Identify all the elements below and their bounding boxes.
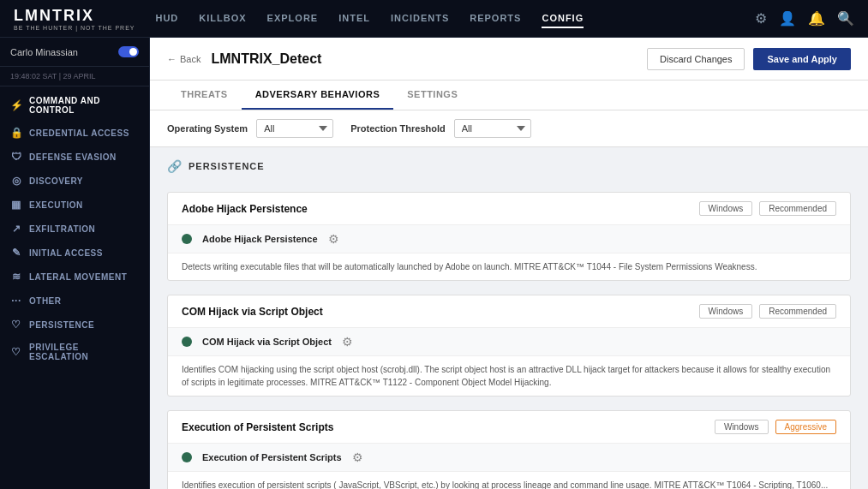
logo: LMNTRIX [14, 7, 135, 25]
rule-filter-icon-com[interactable]: ⚙ [342, 335, 353, 349]
sidebar-item-exfiltration[interactable]: ↗ EXFILTRATION [0, 217, 149, 241]
rule-name-persistent: Execution of Persistent Scripts [182, 421, 333, 433]
rule-name-com: COM Hijack via Script Object [182, 306, 323, 318]
command-control-icon: ⚡ [10, 99, 22, 111]
settings-icon[interactable]: ⚙ [755, 10, 767, 27]
rule-filter-icon-adobe[interactable]: ⚙ [328, 232, 339, 246]
privilege-escalation-icon: ♡ [10, 346, 22, 358]
sidebar-item-label: OTHER [29, 296, 62, 306]
rule-toggle-row-com: COM Hijack via Script Object ⚙ [168, 328, 850, 356]
exfiltration-icon: ↗ [10, 223, 22, 235]
sidebar-item-lateral-movement[interactable]: ≋ LATERAL MOVEMENT [0, 265, 149, 289]
sidebar-item-credential-access[interactable]: 🔒 CREDENTIAL ACCESS [0, 121, 149, 145]
nav-config[interactable]: CONFIG [542, 9, 584, 28]
sidebar-item-privilege-escalation[interactable]: ♡ PRIVILEGE ESCALATION [0, 337, 149, 367]
rule-tag-recommended-adobe: Recommended [759, 201, 836, 216]
back-button[interactable]: ← Back [167, 54, 201, 64]
section-header: 🔗 PERSISTENCE [167, 159, 851, 180]
lateral-movement-icon: ≋ [10, 271, 22, 283]
search-icon[interactable]: 🔍 [837, 10, 854, 27]
top-nav: LMNTRIX BE THE HUNTER | NOT THE PREY HUD… [0, 0, 868, 38]
nav-hud[interactable]: HUD [155, 9, 178, 28]
rule-tags-adobe: Windows Recommended [699, 201, 836, 216]
rule-description-com: Identifies COM hijacking using the scrip… [168, 356, 850, 396]
sidebar-item-discovery[interactable]: ◎ DISCOVERY [0, 169, 149, 193]
rule-tag-recommended-com: Recommended [759, 304, 836, 319]
nav-incidents[interactable]: INCIDENTS [391, 9, 449, 28]
defense-evasion-icon: 🛡 [10, 151, 22, 163]
persistence-section-icon: 🔗 [167, 159, 182, 173]
sidebar-time: 19:48:02 SAT | 29 APRIL [0, 67, 149, 86]
sidebar-item-label: COMMAND AND CONTROL [29, 96, 139, 115]
rule-toggle-dot-adobe[interactable] [182, 234, 192, 244]
rule-toggle-dot-persistent[interactable] [182, 452, 192, 462]
discovery-icon: ◎ [10, 175, 22, 187]
filters-bar: Operating System All Windows Linux macOS… [150, 110, 868, 147]
sidebar-item-label: LATERAL MOVEMENT [29, 272, 127, 282]
rule-filter-icon-persistent[interactable]: ⚙ [352, 450, 363, 464]
header-left: ← Back LMNTRIX_Detect [167, 51, 321, 67]
discard-button[interactable]: Discard Changes [647, 48, 745, 70]
rule-card-adobe: Adobe Hijack Persistence Windows Recomme… [167, 192, 851, 281]
user-icon[interactable]: 👤 [779, 10, 796, 27]
rule-toggle-dot-com[interactable] [182, 337, 192, 347]
nav-intel[interactable]: INTEL [338, 9, 370, 28]
nav-reports[interactable]: REPORTS [470, 9, 521, 28]
rule-toggle-name-com: COM Hijack via Script Object [202, 337, 332, 347]
threshold-filter-group: Protection Threshold All Recommended Agg… [350, 119, 531, 138]
sidebar-item-persistence[interactable]: ♡ PERSISTENCE [0, 313, 149, 337]
content-header: ← Back LMNTRIX_Detect Discard Changes Sa… [150, 38, 868, 81]
rule-tag-windows-persistent: Windows [715, 420, 769, 434]
tab-threats[interactable]: THREATS [167, 81, 242, 110]
rule-toggle-name-adobe: Adobe Hijack Persistence [202, 234, 318, 244]
os-filter-group: Operating System All Windows Linux macOS [167, 119, 333, 138]
sidebar-items: ⚡ COMMAND AND CONTROL 🔒 CREDENTIAL ACCES… [0, 86, 149, 371]
nav-icons: ⚙ 👤 🔔 🔍 [755, 10, 854, 27]
sidebar-item-label: PRIVILEGE ESCALATION [29, 343, 139, 361]
sidebar-item-other[interactable]: ··· OTHER [0, 289, 149, 313]
sidebar-item-execution[interactable]: ▦ EXECUTION [0, 193, 149, 217]
sidebar-item-defense-evasion[interactable]: 🛡 DEFENSE EVASION [0, 145, 149, 169]
nav-killbox[interactable]: KILLBOX [199, 9, 246, 28]
os-filter-select[interactable]: All Windows Linux macOS [256, 119, 333, 138]
section-title: PERSISTENCE [189, 161, 265, 171]
back-arrow-icon: ← [167, 54, 177, 64]
sidebar-item-label: EXECUTION [29, 200, 83, 210]
content-area: ← Back LMNTRIX_Detect Discard Changes Sa… [150, 38, 868, 489]
threshold-filter-select[interactable]: All Recommended Aggressive Cautious [454, 119, 531, 138]
logo-area: LMNTRIX BE THE HUNTER | NOT THE PREY [14, 7, 135, 31]
bell-icon[interactable]: 🔔 [808, 10, 825, 27]
back-label: Back [180, 54, 201, 64]
tab-settings[interactable]: SETTINGS [393, 81, 471, 110]
rule-name-adobe: Adobe Hijack Persistence [182, 203, 308, 215]
rule-toggle-name-persistent: Execution of Persistent Scripts [202, 452, 342, 462]
persistence-icon: ♡ [10, 319, 22, 331]
initial-access-icon: ✎ [10, 247, 22, 259]
rule-description-persistent: Identifies execution of persistent scrip… [168, 472, 850, 489]
rule-tag-windows-com: Windows [699, 304, 753, 319]
sidebar-item-label: DEFENSE EVASION [29, 152, 117, 162]
nav-explore[interactable]: EXPLORE [267, 9, 319, 28]
sidebar-item-label: EXFILTRATION [29, 224, 95, 234]
rule-toggle-row-persistent: Execution of Persistent Scripts ⚙ [168, 444, 850, 472]
rule-toggle-row-adobe: Adobe Hijack Persistence ⚙ [168, 225, 850, 253]
sidebar-item-label: DISCOVERY [29, 176, 83, 186]
credential-access-icon: 🔒 [10, 127, 22, 139]
other-icon: ··· [10, 295, 22, 307]
save-button[interactable]: Save and Apply [753, 48, 851, 70]
sidebar-item-initial-access[interactable]: ✎ INITIAL ACCESS [0, 241, 149, 265]
threshold-filter-label: Protection Threshold [350, 123, 446, 134]
rule-card-header-com: COM Hijack via Script Object Windows Rec… [168, 295, 850, 328]
rule-card-persistent: Execution of Persistent Scripts Windows … [167, 410, 851, 489]
rule-tag-windows-adobe: Windows [699, 201, 753, 216]
header-actions: Discard Changes Save and Apply [647, 48, 851, 70]
sidebar-item-label: INITIAL ACCESS [29, 248, 103, 258]
user-toggle[interactable] [118, 46, 139, 57]
rule-card-com: COM Hijack via Script Object Windows Rec… [167, 295, 851, 397]
scroll-content: 🔗 PERSISTENCE Adobe Hijack Persistence W… [150, 147, 868, 489]
tabs-bar: THREATS ADVERSARY BEHAVIORS SETTINGS [150, 81, 868, 110]
tab-adversary-behaviors[interactable]: ADVERSARY BEHAVIORS [242, 81, 394, 110]
rule-card-header-persistent: Execution of Persistent Scripts Windows … [168, 411, 850, 444]
sidebar-item-command-control[interactable]: ⚡ COMMAND AND CONTROL [0, 90, 149, 121]
sidebar-user: Carlo Minassian [0, 38, 149, 67]
